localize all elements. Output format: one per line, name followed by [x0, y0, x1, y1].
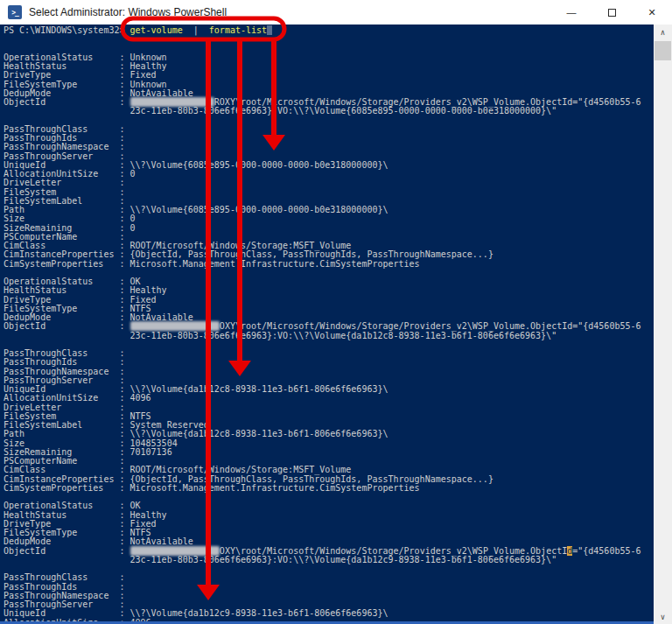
- console-line: CimSystemProperties : Microsoft.Manageme…: [4, 484, 654, 493]
- vertical-scrollbar[interactable]: ∧ ∨: [654, 25, 672, 624]
- console-line: 23c-11eb-80b3-806e6f6e6963}:VO:\\?\Volum…: [4, 332, 654, 340]
- console-line: 23c-11eb-80b3-806e6f6e6963}:VO:\\?\Volum…: [4, 556, 654, 564]
- console-line: CimSystemProperties : Microsoft.Manageme…: [4, 260, 654, 269]
- maximize-button[interactable]: [592, 0, 632, 25]
- scroll-up-icon[interactable]: ∧: [654, 25, 672, 39]
- powershell-console[interactable]: PS C:\WINDOWS\system32> get-volume | for…: [0, 25, 654, 624]
- maximize-icon: [608, 9, 616, 17]
- console-line: 23c-11eb-80b3-806e6f6e6963}:VO:\\?\Volum…: [4, 107, 654, 116]
- window-controls: — ✕: [551, 0, 672, 25]
- window-title: Select Administrator: Windows PowerShell: [29, 6, 227, 18]
- scroll-down-icon[interactable]: ∨: [654, 609, 672, 624]
- console-line: PS C:\WINDOWS\system32> get-volume | for…: [4, 26, 654, 35]
- console-output: PS C:\WINDOWS\system32> get-volume | for…: [4, 26, 654, 624]
- console-line: [4, 35, 654, 44]
- title-bar: >_ Select Administrator: Windows PowerSh…: [0, 0, 672, 25]
- close-button[interactable]: ✕: [632, 0, 672, 25]
- scrollbar-thumb[interactable]: [654, 41, 671, 60]
- minimize-button[interactable]: —: [551, 0, 592, 25]
- powershell-icon: >_: [8, 5, 22, 19]
